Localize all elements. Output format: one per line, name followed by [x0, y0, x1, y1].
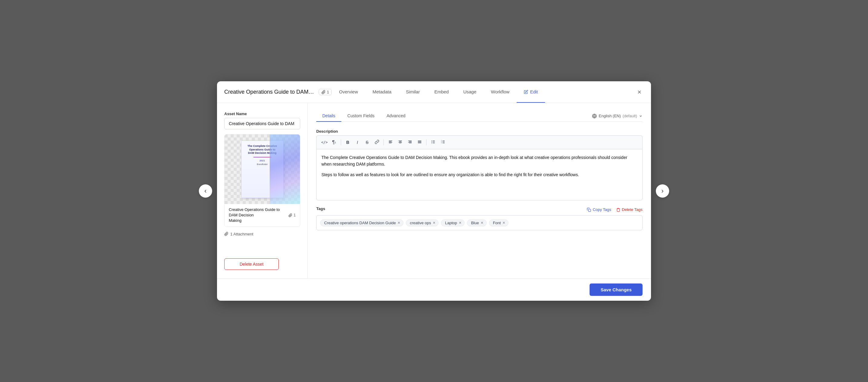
bold-button[interactable]: B	[343, 138, 352, 147]
tag-label-2: creative ops	[410, 220, 431, 225]
tag-chip-4: Blue ×	[467, 219, 486, 227]
tab-overview[interactable]: Overview	[332, 81, 365, 103]
tag-remove-4[interactable]: ×	[480, 220, 483, 225]
modal: ‹ › Creative Operations Guide to DAM Dec…	[217, 81, 651, 301]
modal-footer: Save Changes	[217, 278, 651, 301]
tag-remove-5[interactable]: ×	[503, 220, 505, 225]
tab-similar[interactable]: Similar	[399, 81, 427, 103]
code-icon: </>	[321, 140, 328, 144]
tag-chip-1: Creative operations DAM Decision Guide ×	[320, 219, 403, 227]
modal-body: Asset Name	[217, 103, 651, 278]
tab-metadata[interactable]: Metadata	[365, 81, 399, 103]
tag-label-4: Blue	[471, 220, 479, 225]
copy-tags-label: Copy Tags	[593, 207, 611, 212]
delete-asset-button[interactable]: Delete Asset	[224, 258, 279, 270]
tab-nav: Overview Metadata Similar Embed Usage Wo…	[332, 81, 635, 103]
sub-tab-details[interactable]: Details	[316, 110, 341, 122]
sub-tab-custom-fields[interactable]: Custom Fields	[341, 110, 380, 122]
tag-label-5: Font	[493, 220, 501, 225]
right-chevron-icon: ›	[661, 187, 663, 195]
link-button[interactable]	[373, 138, 381, 147]
tag-remove-1[interactable]: ×	[398, 220, 400, 225]
ordered-list-button[interactable]: 1.2.3.	[438, 138, 447, 147]
tab-edit-label: Edit	[530, 89, 538, 94]
preview-image: The Complete Creative Operations Guide t…	[224, 135, 300, 204]
modal-title-area: Creative Operations Guide to DAM Decisio…	[224, 89, 332, 95]
preview-count-number: 1	[293, 213, 296, 217]
align-right-button[interactable]	[406, 138, 414, 147]
prev-arrow-button[interactable]: ‹	[199, 184, 212, 198]
description-para2: Steps to follow as well as features to l…	[321, 171, 638, 178]
attachment-info-icon	[224, 232, 228, 236]
tab-edit[interactable]: Edit	[517, 81, 545, 103]
bullet-list-button[interactable]	[429, 138, 437, 147]
edit-pencil-icon	[524, 90, 528, 94]
tag-label-1: Creative operations DAM Decision Guide	[324, 220, 396, 225]
align-center-button[interactable]	[396, 138, 404, 147]
heading-button[interactable]: ¶1	[330, 138, 338, 147]
tag-remove-2[interactable]: ×	[433, 220, 435, 225]
align-justify-button[interactable]	[415, 138, 424, 147]
tag-chip-5: Font ×	[489, 219, 508, 227]
tag-label-3: Laptop	[445, 220, 457, 225]
preview-asset-name: Creative Operations Guide to DAM Decisio…	[229, 207, 288, 223]
tab-embed[interactable]: Embed	[427, 81, 456, 103]
chevron-down-icon	[639, 114, 643, 118]
toolbar-divider-1	[341, 139, 341, 145]
attachment-info-text: 1 Attachment	[230, 232, 253, 236]
close-icon: ×	[638, 88, 641, 96]
align-left-icon	[388, 140, 393, 145]
tags-label: Tags	[316, 206, 325, 211]
bullet-list-icon	[431, 140, 435, 145]
attachment-icon	[321, 90, 326, 94]
tags-input-area[interactable]: Creative operations DAM Decision Guide ×…	[316, 215, 643, 230]
preview-attachment-count: 1	[288, 213, 296, 217]
language-selector[interactable]: English (EN) (default)	[592, 114, 643, 118]
svg-point-26	[431, 141, 432, 141]
next-arrow-button[interactable]: ›	[656, 184, 669, 198]
tags-header: Tags Copy Tags Delete Tags	[316, 206, 643, 213]
toolbar-divider-3	[426, 139, 427, 145]
save-changes-button[interactable]: Save Changes	[590, 283, 643, 296]
code-button[interactable]: </>	[320, 138, 329, 147]
svg-rect-35	[589, 209, 591, 212]
left-chevron-icon: ‹	[204, 187, 207, 195]
tags-actions: Copy Tags Delete Tags	[587, 207, 643, 212]
copy-tags-button[interactable]: Copy Tags	[587, 207, 611, 212]
tag-chip-3: Laptop ×	[441, 219, 465, 227]
ordered-list-icon: 1.2.3.	[441, 140, 445, 145]
asset-name-input[interactable]	[224, 118, 300, 129]
description-editor[interactable]: The Complete Creative Operations Guide t…	[316, 149, 643, 200]
globe-icon	[592, 114, 597, 118]
modal-header: Creative Operations Guide to DAM Decisio…	[217, 81, 651, 103]
tag-chip-2: creative ops ×	[406, 219, 438, 227]
heading-icon: ¶	[332, 140, 335, 145]
right-panel: Details Custom Fields Advanced English (…	[308, 103, 651, 278]
left-panel: Asset Name	[217, 103, 308, 278]
tag-remove-3[interactable]: ×	[459, 220, 461, 225]
align-center-icon	[398, 140, 403, 145]
align-left-button[interactable]	[386, 138, 395, 147]
link-icon	[375, 140, 379, 145]
language-label: English (EN)	[599, 114, 621, 118]
attachment-count-icon	[288, 213, 292, 217]
sub-tab-nav: Details Custom Fields Advanced English (…	[316, 110, 643, 122]
strikethrough-icon: S	[366, 140, 368, 145]
close-button[interactable]: ×	[635, 86, 644, 99]
modal-title: Creative Operations Guide to DAM Decisio…	[224, 89, 315, 95]
tab-workflow[interactable]: Workflow	[484, 81, 517, 103]
italic-button[interactable]: I	[353, 138, 362, 147]
delete-tags-button[interactable]: Delete Tags	[616, 207, 643, 212]
book-cover-accent	[253, 157, 272, 158]
asset-name-field: Asset Name	[224, 111, 300, 129]
tab-usage[interactable]: Usage	[456, 81, 484, 103]
svg-point-28	[431, 143, 432, 143]
person-image-overlay	[270, 135, 300, 204]
copy-icon	[587, 208, 591, 212]
preview-footer: Creative Operations Guide to DAM Decisio…	[224, 204, 300, 227]
trash-icon	[616, 208, 620, 212]
language-default-label: (default)	[623, 114, 637, 118]
description-label: Description	[316, 129, 643, 134]
sub-tab-advanced[interactable]: Advanced	[380, 110, 411, 122]
strikethrough-button[interactable]: S	[363, 138, 371, 147]
